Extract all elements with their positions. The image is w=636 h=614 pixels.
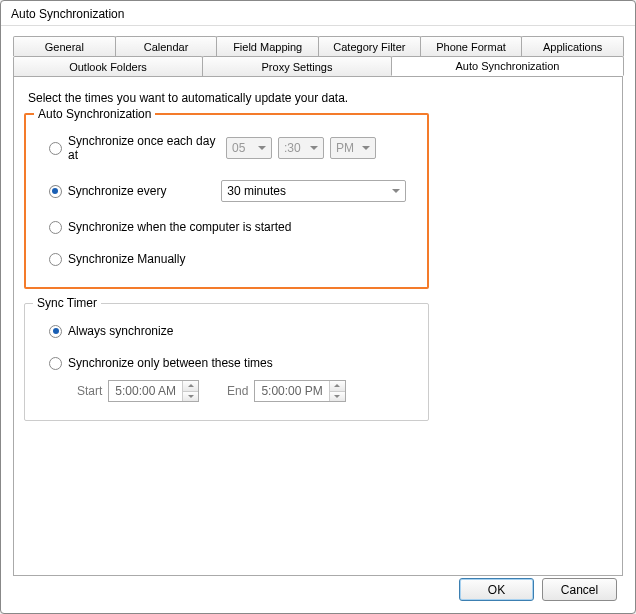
option-label: Synchronize Manually bbox=[68, 252, 185, 266]
tab-auto-synchronization[interactable]: Auto Synchronization bbox=[391, 56, 624, 76]
tab-phone-format[interactable]: Phone Format bbox=[420, 36, 523, 56]
option-sync-manually[interactable]: Synchronize Manually bbox=[49, 252, 412, 266]
dialog-window: Auto Synchronization General Calendar Fi… bbox=[0, 0, 636, 614]
option-sync-every[interactable]: Synchronize every 30 minutes bbox=[49, 180, 412, 202]
tab-outlook-folders[interactable]: Outlook Folders bbox=[13, 56, 203, 76]
tab-calendar[interactable]: Calendar bbox=[115, 36, 218, 56]
option-label: Synchronize only between these times bbox=[68, 356, 273, 370]
tabs: General Calendar Field Mapping Category … bbox=[13, 36, 623, 576]
tab-label: Calendar bbox=[144, 41, 189, 53]
tab-label: General bbox=[45, 41, 84, 53]
spinner-buttons[interactable] bbox=[182, 381, 198, 401]
dialog-buttons: OK Cancel bbox=[459, 578, 617, 601]
chevron-down-icon bbox=[392, 189, 400, 193]
end-label: End bbox=[227, 384, 248, 398]
ok-button[interactable]: OK bbox=[459, 578, 534, 601]
option-label: Always synchronize bbox=[68, 324, 173, 338]
sync-timer-legend: Sync Timer bbox=[33, 296, 101, 310]
select-value: 05 bbox=[232, 141, 245, 155]
tab-general[interactable]: General bbox=[13, 36, 116, 56]
tab-label: Proxy Settings bbox=[262, 61, 333, 73]
option-sync-between-times[interactable]: Synchronize only between these times bbox=[49, 356, 412, 370]
tab-label: Phone Format bbox=[436, 41, 506, 53]
option-label: Synchronize every bbox=[68, 184, 214, 198]
select-value: 30 minutes bbox=[227, 184, 286, 198]
tab-row-top: General Calendar Field Mapping Category … bbox=[13, 36, 623, 56]
daily-minute-select[interactable]: :30 bbox=[278, 137, 324, 159]
tab-applications[interactable]: Applications bbox=[521, 36, 624, 56]
auto-sync-legend: Auto Synchronization bbox=[34, 107, 155, 121]
content-area: General Calendar Field Mapping Category … bbox=[1, 26, 635, 586]
start-label: Start bbox=[77, 384, 102, 398]
spin-down-icon[interactable] bbox=[183, 392, 198, 402]
tab-label: Outlook Folders bbox=[69, 61, 147, 73]
cancel-button[interactable]: Cancel bbox=[542, 578, 617, 601]
radio-icon bbox=[49, 325, 62, 338]
tab-label: Field Mapping bbox=[233, 41, 302, 53]
daily-ampm-select[interactable]: PM bbox=[330, 137, 376, 159]
button-label: Cancel bbox=[561, 583, 598, 597]
every-interval-select[interactable]: 30 minutes bbox=[221, 180, 406, 202]
chevron-down-icon bbox=[258, 146, 266, 150]
time-range-row: Start 5:00:00 AM End 5:00:00 PM bbox=[77, 380, 412, 402]
select-value: :30 bbox=[284, 141, 301, 155]
start-time-input[interactable]: 5:00:00 AM bbox=[108, 380, 199, 402]
input-value: 5:00:00 AM bbox=[109, 381, 182, 401]
end-time-input[interactable]: 5:00:00 PM bbox=[254, 380, 345, 402]
radio-icon bbox=[49, 253, 62, 266]
chevron-down-icon bbox=[310, 146, 318, 150]
select-value: PM bbox=[336, 141, 354, 155]
input-value: 5:00:00 PM bbox=[255, 381, 328, 401]
spin-up-icon[interactable] bbox=[330, 381, 345, 392]
button-label: OK bbox=[488, 583, 505, 597]
tab-panel: Select the times you want to automatical… bbox=[13, 76, 623, 576]
radio-icon bbox=[49, 142, 62, 155]
option-label: Synchronize when the computer is started bbox=[68, 220, 291, 234]
window-title: Auto Synchronization bbox=[1, 1, 635, 26]
option-always-sync[interactable]: Always synchronize bbox=[49, 324, 412, 338]
radio-icon bbox=[49, 357, 62, 370]
tab-label: Applications bbox=[543, 41, 602, 53]
radio-icon bbox=[49, 185, 62, 198]
option-label: Synchronize once each day at bbox=[68, 134, 218, 162]
daily-hour-select[interactable]: 05 bbox=[226, 137, 272, 159]
tab-label: Category Filter bbox=[333, 41, 405, 53]
sync-timer-group: Sync Timer Always synchronize Synchroniz… bbox=[24, 303, 429, 421]
radio-icon bbox=[49, 221, 62, 234]
chevron-down-icon bbox=[362, 146, 370, 150]
tab-row-bottom: Outlook Folders Proxy Settings Auto Sync… bbox=[13, 56, 623, 76]
option-sync-daily[interactable]: Synchronize once each day at 05 :30 PM bbox=[49, 134, 412, 162]
option-sync-on-startup[interactable]: Synchronize when the computer is started bbox=[49, 220, 412, 234]
tab-field-mapping[interactable]: Field Mapping bbox=[216, 36, 319, 56]
tab-label: Auto Synchronization bbox=[456, 60, 560, 72]
spinner-buttons[interactable] bbox=[329, 381, 345, 401]
auto-sync-group: Auto Synchronization Synchronize once ea… bbox=[24, 113, 429, 289]
spin-down-icon[interactable] bbox=[330, 392, 345, 402]
spin-up-icon[interactable] bbox=[183, 381, 198, 392]
intro-text: Select the times you want to automatical… bbox=[28, 91, 612, 105]
tab-proxy-settings[interactable]: Proxy Settings bbox=[202, 56, 392, 76]
tab-category-filter[interactable]: Category Filter bbox=[318, 36, 421, 56]
